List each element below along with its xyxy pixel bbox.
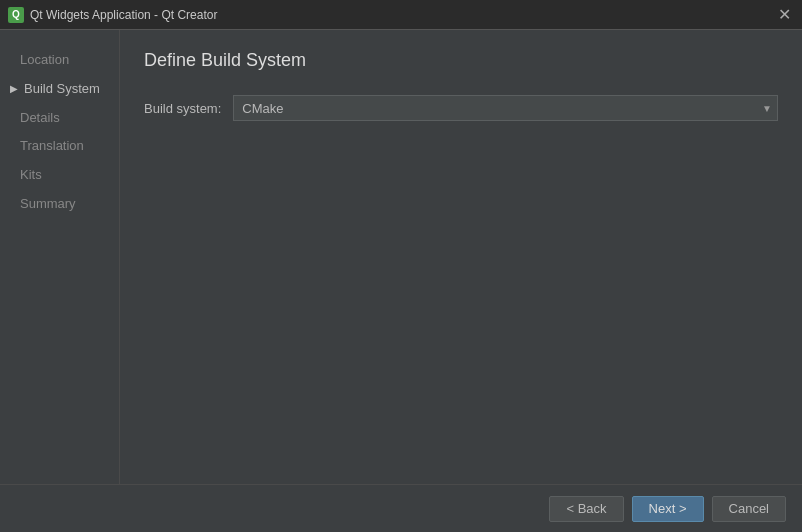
sidebar-item-translation[interactable]: Translation: [0, 132, 119, 161]
build-system-form-row: Build system: CMake qmake Qbs ▼: [144, 95, 778, 121]
sidebar-item-kits[interactable]: Kits: [0, 161, 119, 190]
back-button[interactable]: < Back: [549, 496, 623, 522]
sidebar: Location ▶ Build System Details Translat…: [0, 30, 120, 484]
close-button[interactable]: ✕: [774, 5, 794, 25]
page-title: Define Build System: [144, 50, 778, 71]
sidebar-item-details[interactable]: Details: [0, 104, 119, 133]
content-panel: Define Build System Build system: CMake …: [120, 30, 802, 484]
sidebar-item-label: Kits: [20, 165, 42, 186]
app-icon: Q: [8, 7, 24, 23]
sidebar-item-build-system[interactable]: ▶ Build System: [0, 75, 119, 104]
sidebar-item-label: Summary: [20, 194, 76, 215]
bottom-bar: < Back Next > Cancel: [0, 484, 802, 532]
window-title: Qt Widgets Application - Qt Creator: [30, 8, 217, 22]
sidebar-item-label: Location: [20, 50, 69, 71]
cancel-button[interactable]: Cancel: [712, 496, 786, 522]
build-system-dropdown-wrapper: CMake qmake Qbs ▼: [233, 95, 778, 121]
next-button[interactable]: Next >: [632, 496, 704, 522]
sidebar-item-location[interactable]: Location: [0, 46, 119, 75]
arrow-icon: ▶: [8, 83, 20, 95]
title-bar-left: Q Qt Widgets Application - Qt Creator: [8, 7, 217, 23]
sidebar-item-label: Details: [20, 108, 60, 129]
main-content: Location ▶ Build System Details Translat…: [0, 30, 802, 484]
sidebar-item-label: Translation: [20, 136, 84, 157]
build-system-label: Build system:: [144, 101, 221, 116]
title-bar: Q Qt Widgets Application - Qt Creator ✕: [0, 0, 802, 30]
build-system-select[interactable]: CMake qmake Qbs: [233, 95, 778, 121]
sidebar-item-label: Build System: [24, 79, 100, 100]
sidebar-item-summary[interactable]: Summary: [0, 190, 119, 219]
